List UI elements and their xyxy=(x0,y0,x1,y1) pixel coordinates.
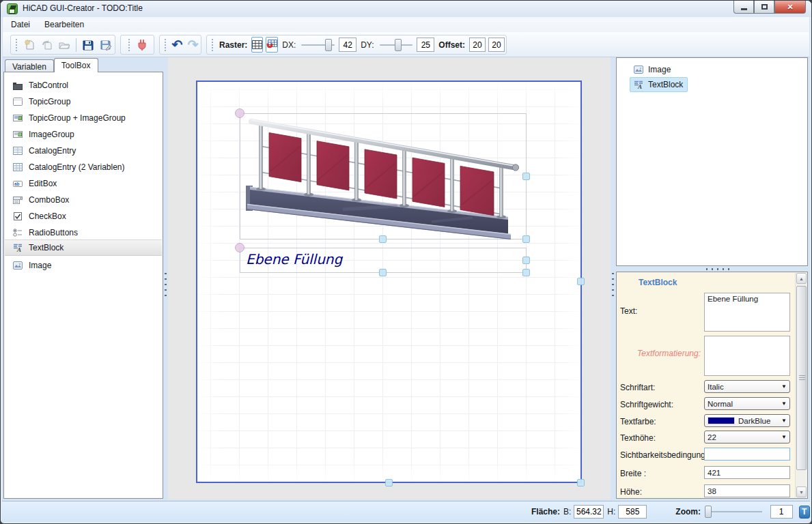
dy-value-input[interactable] xyxy=(417,38,434,52)
textblock-tool-button[interactable]: T xyxy=(799,506,810,519)
menu-datei[interactable]: Datei xyxy=(5,18,36,31)
topicgroup-imagegroup-icon xyxy=(12,113,23,123)
offset-x-input[interactable] xyxy=(469,38,486,52)
zoom-value-input[interactable] xyxy=(770,505,793,519)
schriftart-dropdown[interactable]: Italic ▼ xyxy=(704,380,790,393)
open-folder-button[interactable] xyxy=(57,38,72,53)
breite-input[interactable] xyxy=(704,466,790,479)
toolbox-item-tabcontrol[interactable]: TabControl xyxy=(5,77,162,93)
toolbar-grip[interactable] xyxy=(16,39,17,51)
design-textblock-element[interactable]: Ebene Füllung xyxy=(240,248,527,273)
toolbox-panel: Variablen ToolBox TabControl TopicGroup … xyxy=(3,58,163,499)
zoom-slider[interactable] xyxy=(705,505,762,519)
title-bar[interactable]: HiCAD GUI-Creator - TODO:Title ✕ xyxy=(1,1,811,17)
scroll-up-button[interactable]: ▲ xyxy=(796,273,807,284)
toolbox-item-combobox[interactable]: ComboBox xyxy=(5,192,162,208)
toolbox-item-imagegroup[interactable]: ImageGroup xyxy=(5,126,162,143)
toolbox-item-editbox[interactable]: ab EditBox xyxy=(5,175,162,192)
toolbox-item-image[interactable]: Image xyxy=(5,257,162,274)
toolbox-item-catalogentry[interactable]: CatalogEntry xyxy=(5,143,162,159)
tree-item-image[interactable]: Image xyxy=(633,62,671,77)
design-image-element[interactable] xyxy=(240,113,527,239)
maximize-button[interactable] xyxy=(754,1,774,14)
dy-slider[interactable] xyxy=(380,38,413,52)
offset-y-input[interactable] xyxy=(488,38,505,52)
flaeche-b-input[interactable] xyxy=(574,505,604,519)
menu-bearbeiten[interactable]: Bearbeiten xyxy=(38,18,90,31)
redo-button[interactable]: ↷ xyxy=(186,38,199,53)
textformatierung-input[interactable] xyxy=(704,336,790,376)
toolbar-grip[interactable] xyxy=(165,39,166,51)
image-handle-bottom[interactable] xyxy=(379,235,387,243)
toolbar-grip[interactable] xyxy=(128,39,130,51)
design-page[interactable]: Ebene Füllung xyxy=(196,81,582,483)
save-button[interactable] xyxy=(81,38,96,53)
dx-slider[interactable] xyxy=(301,38,335,52)
textblock-handle-right[interactable] xyxy=(522,257,530,264)
minimize-button[interactable] xyxy=(733,1,754,14)
undo-icon: ↶ xyxy=(172,38,183,51)
flaeche-label: Fläche: xyxy=(531,507,560,516)
image-handle-right[interactable] xyxy=(522,173,530,180)
scrollbar-thumb[interactable] xyxy=(796,286,807,470)
textfarbe-dropdown[interactable]: DarkBlue ▼ xyxy=(704,414,790,427)
triangle-down-icon: ▼ xyxy=(799,490,804,495)
dy-slider-thumb[interactable] xyxy=(395,39,402,51)
text-input[interactable]: Ebene Füllung xyxy=(704,293,790,332)
grid-toggle-button[interactable] xyxy=(251,37,263,53)
textblock-handle-bottomright[interactable] xyxy=(522,269,530,276)
close-button[interactable]: ✕ xyxy=(774,1,806,14)
page-handle-bottomright[interactable] xyxy=(577,479,585,486)
tab-variablen[interactable]: Variablen xyxy=(5,59,54,72)
dx-value-input[interactable] xyxy=(339,38,356,52)
tab-toolbox[interactable]: ToolBox xyxy=(54,58,98,72)
page-handle-bottom[interactable] xyxy=(385,479,393,486)
toolbar-grip[interactable] xyxy=(212,39,213,51)
tabcontrol-icon xyxy=(12,80,23,91)
scroll-down-button[interactable]: ▼ xyxy=(796,486,807,497)
app-icon xyxy=(7,3,18,14)
properties-scrollbar[interactable]: ▲ ▼ xyxy=(795,273,807,497)
dx-slider-thumb[interactable] xyxy=(325,39,332,51)
undo-button[interactable]: ↶ xyxy=(171,38,184,53)
left-splitter[interactable] xyxy=(163,58,168,499)
toolbox-item-catalogentry-2variablen[interactable]: CatalogEntry (2 Variablen) xyxy=(5,159,162,175)
new-file-button[interactable] xyxy=(22,38,37,53)
grid-snap-magnet-icon xyxy=(266,40,277,50)
window-title: HiCAD GUI-Creator - TODO:Title xyxy=(23,3,143,13)
image-handle-bottomright[interactable] xyxy=(522,235,530,243)
plug-button[interactable] xyxy=(135,38,150,53)
save-as-button[interactable] xyxy=(98,38,113,53)
schriftgewicht-dropdown[interactable]: Normal ▼ xyxy=(704,397,790,410)
hoehe-input[interactable] xyxy=(704,484,790,497)
toolbox-item-radiobuttons[interactable]: RadioButtons xyxy=(5,224,162,241)
sichtbarkeitsbedingung-input[interactable] xyxy=(704,448,790,461)
tree-item-textblock[interactable]: A TextBlock xyxy=(630,77,688,92)
right-splitter[interactable] xyxy=(611,58,615,499)
textblock-handle-bottom[interactable] xyxy=(379,269,387,276)
page-handle-right[interactable] xyxy=(577,278,585,285)
textblock-icon: A xyxy=(633,79,644,90)
toolbox-item-topicgroup[interactable]: TopicGroup xyxy=(5,93,162,110)
toolbox-item-topicgroup-imagegroup[interactable]: TopicGroup + ImageGroup xyxy=(5,110,162,126)
menu-bar: Datei Bearbeiten xyxy=(3,17,809,32)
textblock-handle-topleft[interactable] xyxy=(235,243,244,252)
grid-snap-toggle-button[interactable] xyxy=(266,37,278,53)
radiobuttons-icon xyxy=(12,227,23,238)
texthoehe-dropdown[interactable]: 22 ▼ xyxy=(704,431,790,443)
image-handle-topleft[interactable] xyxy=(235,108,244,118)
svg-text:A: A xyxy=(16,246,21,253)
triangle-up-icon: ▲ xyxy=(799,276,804,281)
chevron-down-icon: ▼ xyxy=(781,383,787,390)
textformatierung-label: Textformatierung: xyxy=(620,349,701,358)
reload-file-button[interactable] xyxy=(40,38,55,53)
save-icon xyxy=(82,39,94,51)
design-canvas[interactable]: Ebene Füllung xyxy=(168,57,611,499)
horizontal-splitter-grip xyxy=(706,268,729,270)
horizontal-splitter[interactable] xyxy=(616,267,808,272)
toolbox-item-textblock[interactable]: A TextBlock xyxy=(5,239,162,256)
toolbox-item-checkbox[interactable]: CheckBox xyxy=(5,208,162,224)
zoom-slider-thumb[interactable] xyxy=(705,506,712,518)
topicgroup-icon xyxy=(12,96,23,107)
flaeche-h-input[interactable] xyxy=(618,505,647,519)
